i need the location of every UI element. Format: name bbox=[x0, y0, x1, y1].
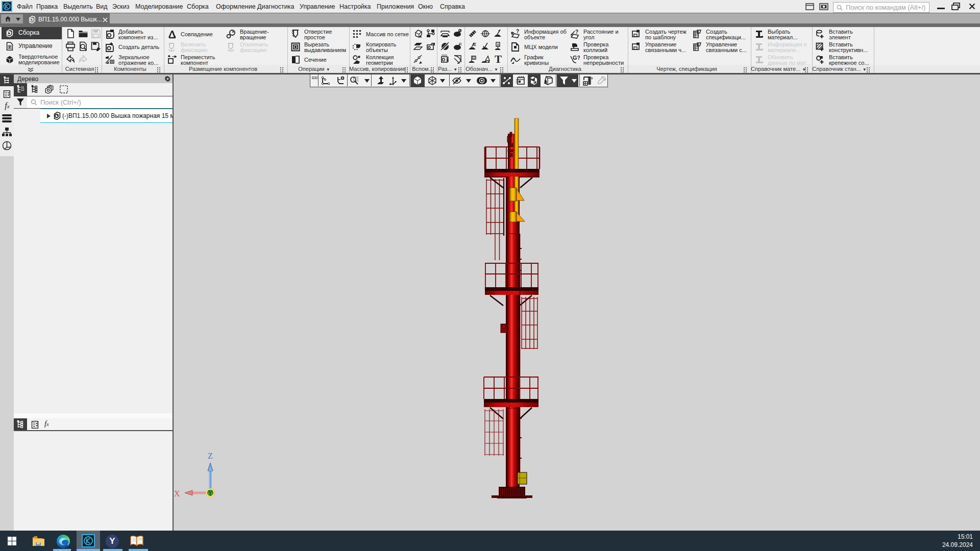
svg-text:R: R bbox=[459, 42, 462, 46]
svg-text:Z: Z bbox=[208, 452, 213, 460]
svg-text:X: X bbox=[174, 489, 180, 498]
svg-text:Е: Е bbox=[473, 42, 476, 47]
svg-text:A: A bbox=[497, 43, 500, 46]
svg-text:2: 2 bbox=[18, 88, 19, 91]
svg-text:12: 12 bbox=[21, 88, 24, 91]
